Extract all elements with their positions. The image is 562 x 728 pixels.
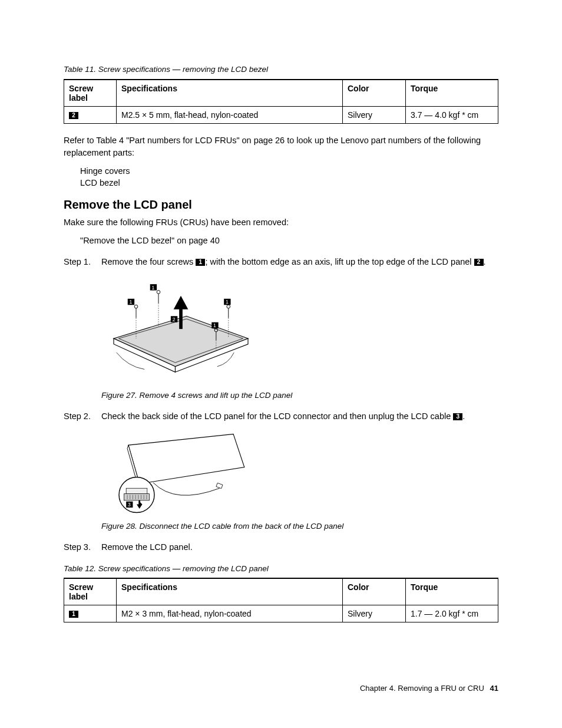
section-heading: Remove the LCD panel	[64, 198, 498, 212]
list-item: Hinge covers	[80, 166, 498, 176]
prereq-list: "Remove the LCD bezel" on page 40	[80, 236, 498, 245]
th-specifications: Specifications	[117, 578, 343, 605]
list-item: LCD bezel	[80, 178, 498, 187]
screw-label-callout: 1	[69, 611, 78, 618]
table-header-row: Screw label Specifications Color Torque	[64, 80, 498, 107]
table11-caption: Table 11. Screw specifications — removin…	[64, 64, 498, 75]
svg-text:1: 1	[152, 284, 155, 290]
svg-text:1: 1	[226, 299, 229, 305]
intro-text: Make sure the following FRUs (CRUs) have…	[64, 216, 498, 229]
svg-rect-32	[124, 493, 149, 500]
screw-label-callout: 2	[69, 112, 78, 119]
step-body: Remove the four screws 1; with the botto…	[101, 256, 498, 268]
replacement-parts-list: Hinge covers LCD bezel	[80, 166, 498, 187]
step-body: Remove the LCD panel.	[101, 541, 498, 554]
svg-text:1: 1	[213, 322, 216, 328]
table-row: 2 M2.5 × 5 mm, flat-head, nylon-coated S…	[64, 106, 498, 123]
step-text: Check the back side of the LCD panel for…	[101, 411, 453, 421]
cell-screw-label: 1	[64, 605, 117, 622]
cell-color: Silvery	[343, 106, 406, 123]
cell-spec: M2.5 × 5 mm, flat-head, nylon-coated	[117, 106, 343, 123]
callout-3: 3	[453, 413, 462, 420]
cell-spec: M2 × 3 mm, flat-head, nylon-coated	[117, 605, 343, 622]
footer-page-number: 41	[490, 684, 498, 693]
step-text: .	[484, 257, 486, 266]
step3: Step 3. Remove the LCD panel.	[64, 541, 498, 554]
table-header-row: Screw label Specifications Color Torque	[64, 578, 498, 605]
cell-screw-label: 2	[64, 106, 117, 123]
svg-rect-33	[126, 488, 147, 493]
cell-torque: 1.7 — 2.0 kgf * cm	[406, 605, 498, 622]
figure28-illustration: 3	[101, 429, 260, 517]
step1: Step 1. Remove the four screws 1; with t…	[64, 256, 498, 268]
th-torque: Torque	[406, 578, 498, 605]
page-footer: Chapter 4. Removing a FRU or CRU 41	[360, 684, 498, 693]
table12: Screw label Specifications Color Torque …	[64, 578, 498, 622]
cell-color: Silvery	[343, 605, 406, 622]
figure27-caption: Figure 27. Remove 4 screws and lift up t…	[101, 391, 498, 400]
step-body: Check the back side of the LCD panel for…	[101, 410, 498, 423]
figure27: 1 1 1 1 2 Figure 27. Remove 4 screws and…	[101, 274, 498, 400]
th-color: Color	[343, 80, 406, 107]
table12-caption: Table 12. Screw specifications — removin…	[64, 563, 498, 575]
svg-point-10	[227, 305, 230, 308]
footer-chapter: Chapter 4. Removing a FRU or CRU	[360, 684, 484, 693]
svg-text:2: 2	[173, 316, 176, 322]
svg-point-6	[134, 305, 138, 308]
svg-point-8	[157, 290, 160, 294]
th-screw-label: Screw label	[64, 578, 117, 605]
figure28: 3 Figure 28. Disconnect the LCD cable fr…	[101, 429, 498, 531]
th-specifications: Specifications	[117, 80, 343, 107]
svg-text:1: 1	[130, 299, 133, 305]
list-item: "Remove the LCD bezel" on page 40	[80, 236, 498, 245]
step-text: Remove the four screws	[101, 257, 196, 266]
figure28-caption: Figure 28. Disconnect the LCD cable from…	[101, 522, 498, 531]
document-page: Table 11. Screw specifications — removin…	[0, 0, 562, 728]
step-label: Step 3.	[64, 541, 101, 554]
table11: Screw label Specifications Color Torque …	[64, 79, 498, 124]
svg-marker-28	[128, 434, 244, 483]
svg-marker-5	[176, 299, 185, 307]
th-torque: Torque	[406, 80, 498, 107]
svg-rect-30	[216, 483, 223, 488]
step-label: Step 1.	[64, 256, 101, 268]
svg-text:3: 3	[128, 502, 131, 508]
th-screw-label: Screw label	[64, 80, 117, 107]
step-label: Step 2.	[64, 410, 101, 423]
callout-2: 2	[474, 259, 484, 266]
step-text: .	[462, 411, 465, 421]
figure27-illustration: 1 1 1 1 2	[101, 274, 260, 386]
table-row: 1 M2 × 3 mm, flat-head, nylon-coated Sil…	[64, 605, 498, 622]
cell-torque: 3.7 — 4.0 kgf * cm	[406, 106, 498, 123]
step-text: ; with the bottom edge as an axis, lift …	[205, 257, 474, 266]
step2: Step 2. Check the back side of the LCD p…	[64, 410, 498, 423]
refer-paragraph: Refer to Table 4 "Part numbers for LCD F…	[64, 134, 498, 159]
callout-1: 1	[196, 259, 205, 266]
th-color: Color	[343, 578, 406, 605]
